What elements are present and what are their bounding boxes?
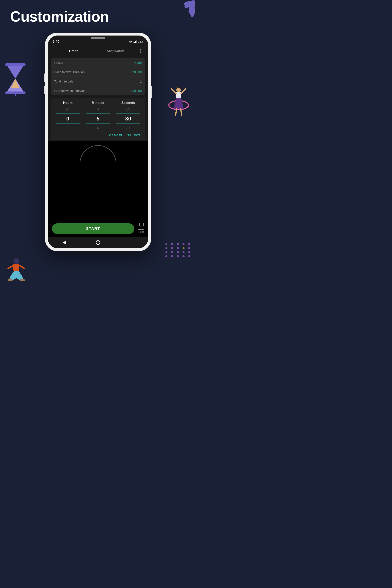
dot [177,255,179,257]
settings-row-preset[interactable]: Preset None [51,58,145,68]
select-button[interactable]: SELECT [127,134,140,137]
phone-outer-frame: 5:40 [45,33,151,251]
nav-home-button[interactable] [95,240,101,246]
svg-rect-10 [13,264,20,271]
nav-bar [48,237,148,248]
svg-rect-6 [5,92,26,94]
picker-hours-below: 1 [67,126,69,130]
volume-down-button [44,86,45,94]
total-intervals-label: Total Intervals [54,80,73,83]
picker-seconds-line-bottom [116,124,140,124]
picker-hours-line-bottom [56,124,80,124]
settings-panel: Preset None Each Interval Duration 00:05… [51,58,145,95]
app-screen: 5:40 [48,36,148,248]
svg-line-19 [181,89,186,94]
settings-row-interval-duration[interactable]: Each Interval Duration 00:05:30 [51,68,145,77]
tick [98,163,98,165]
tab-bar: Timer Stopwatch [48,46,148,56]
picker-minutes-line-top [86,114,110,114]
dot [166,247,168,249]
time-picker: Hours 24 0 1 Minutes 4 5 [51,98,145,140]
phone-device: 5:40 [45,33,151,251]
interval-duration-value: 00:05:30 [130,70,142,74]
recents-icon [130,241,133,244]
settings-button[interactable] [137,47,144,55]
svg-rect-24 [135,41,136,43]
battery-text: 33% [138,40,143,43]
svg-point-13 [8,279,13,281]
status-time: 5:40 [53,40,59,44]
dot [182,251,184,253]
picker-hours-above: 24 [66,107,70,112]
power-button [151,86,152,98]
action-bar: START Float [48,220,148,237]
dot [166,243,168,245]
dot [188,243,190,245]
picker-minutes-line-bottom [86,124,110,124]
picker-buttons: CANCEL SELECT [51,130,145,140]
dot [188,251,190,253]
total-intervals-value: 1 [140,80,142,83]
gear-icon [138,49,143,53]
settings-row-total-intervals[interactable]: Total Intervals 1 [51,77,145,86]
preset-value: None [134,61,142,64]
dot [177,251,179,253]
picker-minutes-below: 6 [97,126,99,130]
float-label: Float [138,230,144,233]
preset-label: Preset [54,61,63,64]
status-bar: 5:40 [48,38,148,46]
cancel-button[interactable]: CANCEL [109,134,123,137]
tick [96,163,96,165]
tab-indicator [52,56,96,56]
start-button[interactable]: START [52,223,134,234]
picker-seconds-column[interactable]: Seconds 29 30 31 [113,101,143,130]
svg-line-12 [20,266,24,268]
tab-timer[interactable]: Timer [52,47,94,55]
tab-stopwatch[interactable]: Stopwatch [94,47,137,55]
signal-icon [134,40,137,43]
dot [182,255,184,257]
picker-seconds-below: 31 [126,126,130,130]
picker-minutes-column[interactable]: Minutes 4 5 6 [83,101,113,130]
timer-ticks [96,163,100,165]
home-icon [96,240,100,245]
nav-recents-button[interactable] [128,240,134,246]
svg-rect-22 [134,42,134,43]
svg-rect-23 [134,42,135,43]
picker-seconds-header: Seconds [122,101,135,105]
volume-up-button [44,74,45,82]
back-icon [63,240,66,244]
page-title: Customization [10,8,109,25]
dot [166,251,168,253]
svg-rect-17 [176,92,181,98]
dot [182,247,184,249]
dot [166,255,168,257]
picker-hours-column[interactable]: Hours 24 0 1 [53,101,83,130]
picker-hours-selected: 0 [66,114,69,123]
picker-seconds-line-top [116,114,140,114]
dot [171,251,173,253]
svg-point-14 [20,279,25,281]
gap-label: Gap Between Intervals [54,89,85,92]
svg-point-26 [140,50,141,52]
dots-decoration [166,243,192,257]
dot [171,247,173,249]
dot [177,243,179,245]
picker-minutes-above: 4 [97,107,99,112]
leaf-decoration [172,0,196,24]
timer-circle [80,145,116,164]
float-button[interactable]: Float [138,224,144,233]
svg-rect-25 [136,40,136,43]
wifi-icon [129,40,132,43]
timer-display [48,141,148,220]
dot [182,243,184,245]
picker-hours-line-top [56,114,80,114]
float-icon [138,224,144,230]
settings-row-gap[interactable]: Gap Between Intervals 00:00:00 [51,86,145,95]
hourglass-illustration [2,61,28,96]
nav-back-button[interactable] [62,240,68,246]
svg-rect-5 [5,63,26,66]
tick [100,163,100,165]
phone-screen: 5:40 [48,36,148,248]
phone-speaker [91,37,105,39]
